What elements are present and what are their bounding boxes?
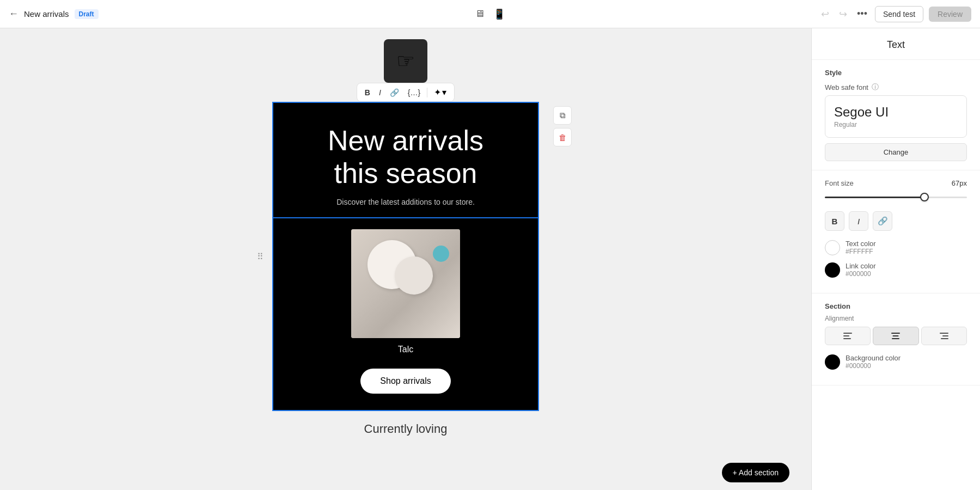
review-button[interactable]: Review bbox=[929, 7, 971, 22]
mobile-view-icon[interactable]: 📱 bbox=[491, 6, 507, 22]
delete-section-button[interactable]: 🗑 bbox=[553, 128, 572, 146]
email-section: New arrivalsthis season Discover the lat… bbox=[272, 102, 539, 411]
add-section-footer: + Add section bbox=[0, 457, 811, 490]
font-size-row: Font size 67px bbox=[825, 179, 967, 187]
canvas-area: ☞ B I 🔗 {…} ✦ ▾ ⠿ ⧉ 🗑 bbox=[0, 28, 811, 490]
align-left-button[interactable] bbox=[825, 327, 871, 345]
svg-rect-0 bbox=[843, 333, 852, 334]
right-panel: Text Style Web safe font ⓘ Segoe UI Regu… bbox=[811, 28, 980, 490]
svg-rect-7 bbox=[942, 335, 948, 336]
svg-rect-8 bbox=[941, 338, 948, 339]
currently-loving-text: Currently loving bbox=[44, 422, 768, 436]
font-size-section: Font size 67px B I 🔗 Text color bbox=[812, 170, 980, 293]
align-left-icon bbox=[843, 333, 852, 339]
alignment-row bbox=[825, 327, 967, 345]
align-right-icon bbox=[940, 333, 948, 339]
info-icon[interactable]: ⓘ bbox=[872, 82, 879, 92]
bold-button[interactable]: B bbox=[825, 211, 844, 231]
bg-color-row[interactable]: Background color #000000 bbox=[825, 354, 967, 370]
align-center-button[interactable] bbox=[873, 327, 918, 345]
link-button[interactable]: 🔗 bbox=[873, 211, 892, 231]
bg-color-swatch bbox=[825, 354, 840, 370]
code-format-button[interactable]: {…} bbox=[405, 86, 424, 99]
font-size-slider[interactable] bbox=[825, 192, 967, 203]
format-buttons-row: B I 🔗 bbox=[825, 211, 967, 231]
web-safe-label: Web safe font bbox=[825, 83, 868, 91]
link-color-swatch bbox=[825, 262, 840, 278]
change-font-button[interactable]: Change bbox=[825, 143, 967, 161]
text-color-label: Text color bbox=[846, 240, 876, 248]
text-color-hex: #FFFFFF bbox=[846, 248, 876, 255]
svg-rect-6 bbox=[940, 333, 948, 334]
link-color-row[interactable]: Link color #000000 bbox=[825, 262, 967, 278]
link-color-info: Link color #000000 bbox=[846, 262, 876, 278]
link-color-hex: #000000 bbox=[846, 270, 876, 278]
link-format-button[interactable]: 🔗 bbox=[387, 86, 402, 99]
alignment-label: Alignment bbox=[825, 315, 967, 322]
product-image bbox=[351, 229, 460, 338]
product-circle-2 bbox=[395, 256, 433, 295]
section-alignment: Section Alignment bbox=[812, 293, 980, 385]
header-icon-box: ☞ bbox=[384, 39, 427, 83]
product-image-inner bbox=[351, 229, 460, 338]
text-color-info: Text color #FFFFFF bbox=[846, 240, 876, 255]
copy-section-button[interactable]: ⧉ bbox=[553, 106, 572, 125]
back-button[interactable]: ← bbox=[9, 8, 19, 20]
text-color-swatch bbox=[825, 240, 840, 255]
slider-fill bbox=[825, 197, 924, 198]
topbar-center: 🖥 📱 bbox=[473, 6, 507, 22]
align-right-button[interactable] bbox=[921, 327, 967, 345]
text-color-row[interactable]: Text color #FFFFFF bbox=[825, 240, 967, 255]
bg-color-info: Background color #000000 bbox=[846, 354, 901, 370]
desktop-view-icon[interactable]: 🖥 bbox=[473, 6, 487, 22]
email-cta: Shop arrivals bbox=[273, 363, 538, 410]
email-header: ☞ bbox=[44, 39, 768, 83]
svg-rect-1 bbox=[843, 335, 849, 336]
topbar: ← New arrivals Draft 🖥 📱 ↩ ↪ ••• Send te… bbox=[0, 0, 980, 28]
format-toolbar: B I 🔗 {…} ✦ ▾ bbox=[357, 83, 455, 102]
slider-thumb[interactable] bbox=[920, 193, 929, 201]
cta-button[interactable]: Shop arrivals bbox=[360, 369, 450, 394]
fill-dropdown[interactable]: ✦ ▾ bbox=[431, 85, 450, 99]
slider-track bbox=[825, 197, 967, 198]
send-test-button[interactable]: Send test bbox=[875, 6, 923, 22]
align-center-icon bbox=[891, 333, 900, 339]
topbar-right: ↩ ↪ ••• Send test Review bbox=[514, 6, 971, 22]
bold-format-button[interactable]: B bbox=[362, 86, 373, 99]
format-toolbar-wrapper: B I 🔗 {…} ✦ ▾ bbox=[357, 83, 455, 102]
italic-button[interactable]: I bbox=[849, 211, 868, 231]
document-title: New arrivals bbox=[24, 9, 69, 19]
section-header-label: Section bbox=[825, 302, 967, 310]
topbar-left: ← New arrivals Draft bbox=[9, 8, 466, 20]
font-size-value: 67px bbox=[952, 179, 967, 187]
link-color-label: Link color bbox=[846, 262, 876, 270]
product-name: Talc bbox=[398, 345, 413, 354]
add-section-button[interactable]: + Add section bbox=[722, 463, 789, 482]
product-accent bbox=[433, 246, 449, 262]
draft-badge: Draft bbox=[75, 9, 99, 19]
undo-button[interactable]: ↩ bbox=[819, 6, 831, 22]
font-label-row: Web safe font ⓘ bbox=[825, 82, 967, 92]
currently-loving-section: Currently loving bbox=[44, 411, 768, 436]
font-name: Segoe UI bbox=[834, 105, 958, 120]
fill-dropdown-icon: ▾ bbox=[442, 87, 446, 97]
fill-icon: ✦ bbox=[434, 87, 441, 97]
section-actions: ⧉ 🗑 bbox=[553, 106, 572, 146]
more-options-button[interactable]: ••• bbox=[855, 6, 869, 22]
redo-button[interactable]: ↪ bbox=[837, 6, 849, 22]
drag-handle[interactable]: ⠿ bbox=[257, 251, 264, 261]
email-product: Talc bbox=[273, 218, 538, 363]
svg-rect-5 bbox=[892, 338, 899, 339]
style-section-title: Style bbox=[825, 69, 967, 77]
main-layout: ☞ B I 🔗 {…} ✦ ▾ ⠿ ⧉ 🗑 bbox=[0, 28, 980, 490]
hero-title: New arrivalsthis season bbox=[290, 125, 522, 190]
style-section: Style Web safe font ⓘ Segoe UI Regular C… bbox=[812, 60, 980, 170]
email-canvas: ⠿ ⧉ 🗑 New arrivalsthis season Discover t… bbox=[272, 102, 539, 411]
italic-format-button[interactable]: I bbox=[376, 86, 384, 99]
font-style: Regular bbox=[834, 121, 958, 128]
font-size-label: Font size bbox=[825, 179, 854, 187]
font-preview-box: Segoe UI Regular bbox=[825, 95, 967, 138]
panel-title: Text bbox=[812, 28, 980, 60]
bg-color-label: Background color bbox=[846, 354, 901, 362]
hero-subtitle: Discover the latest additions to our sto… bbox=[290, 198, 522, 206]
